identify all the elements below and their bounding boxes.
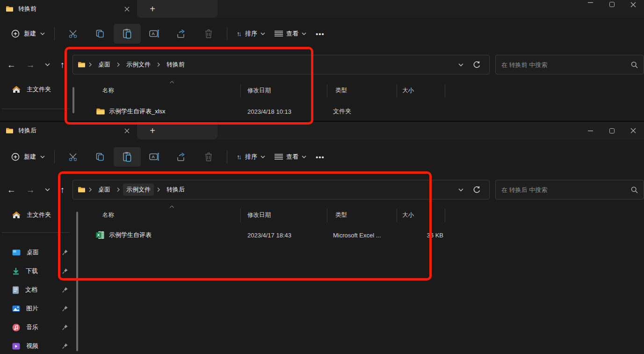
tab-strip: + bbox=[137, 122, 217, 140]
address-dropdown-chevron-icon[interactable] bbox=[458, 188, 463, 192]
back-button[interactable]: ← bbox=[7, 60, 16, 69]
column-header-date[interactable]: 修改日期 bbox=[247, 211, 271, 219]
breadcrumb-item[interactable]: 转换前 bbox=[163, 59, 188, 71]
sidebar-item-home[interactable]: 主文件夹 bbox=[0, 81, 72, 97]
tab-after[interactable]: 转换后 bbox=[0, 122, 137, 140]
close-button[interactable] bbox=[622, 0, 644, 18]
column-divider[interactable] bbox=[445, 84, 445, 97]
column-divider[interactable] bbox=[240, 209, 241, 222]
new-button[interactable]: 新建 bbox=[7, 149, 50, 164]
breadcrumb-item[interactable]: 示例文件 bbox=[123, 184, 154, 196]
sidebar-item-desktop[interactable]: 桌面 bbox=[0, 243, 72, 262]
pin-icon[interactable] bbox=[59, 247, 71, 258]
view-button[interactable]: 查看 bbox=[270, 149, 311, 165]
delete-button[interactable] bbox=[195, 24, 222, 44]
copy-icon bbox=[95, 152, 105, 162]
view-button[interactable]: 查看 bbox=[270, 26, 311, 42]
sort-button[interactable]: ↑↓ 排序 bbox=[232, 26, 270, 42]
column-header-type[interactable]: 类型 bbox=[335, 87, 347, 95]
sidebar-item-label: 主文件夹 bbox=[27, 85, 51, 94]
column-divider[interactable] bbox=[445, 209, 445, 222]
sidebar-item-downloads[interactable]: 下载 bbox=[0, 262, 72, 280]
pin-icon[interactable] bbox=[59, 303, 71, 314]
new-tab-button[interactable]: + bbox=[146, 3, 159, 15]
sidebar-item-home[interactable]: 主文件夹 bbox=[0, 207, 72, 223]
window-body: 主文件夹 名称 修改日期 类型 大小 bbox=[0, 80, 644, 121]
search-input[interactable] bbox=[501, 186, 631, 193]
toolbar-divider bbox=[227, 27, 227, 40]
more-options-button[interactable]: ••• bbox=[311, 27, 329, 41]
search-icon[interactable] bbox=[631, 61, 638, 68]
rename-button[interactable]: A bbox=[141, 147, 168, 167]
download-icon bbox=[12, 267, 20, 275]
refresh-icon[interactable] bbox=[473, 61, 481, 69]
breadcrumb-item[interactable]: 示例文件 bbox=[123, 59, 154, 71]
pin-icon[interactable] bbox=[59, 284, 71, 295]
up-button[interactable]: ↑ bbox=[60, 185, 65, 194]
new-tab-button[interactable]: + bbox=[146, 125, 159, 137]
tab-close-icon[interactable] bbox=[121, 3, 132, 15]
address-bar[interactable]: 桌面 示例文件 转换后 bbox=[72, 180, 490, 199]
column-divider[interactable] bbox=[327, 84, 327, 97]
column-divider[interactable] bbox=[327, 209, 327, 222]
address-dropdown-chevron-icon[interactable] bbox=[458, 63, 463, 66]
recent-locations-chevron-icon[interactable] bbox=[45, 63, 50, 66]
forward-button[interactable]: → bbox=[26, 185, 35, 194]
pin-icon[interactable] bbox=[59, 266, 71, 277]
column-divider[interactable] bbox=[397, 209, 397, 222]
file-row[interactable]: X 示例学生自评表 2023/4/17 18:43 Microsoft Exce… bbox=[72, 227, 644, 243]
rename-button[interactable]: A bbox=[141, 24, 168, 44]
tab-close-icon[interactable] bbox=[121, 125, 132, 136]
new-button[interactable]: 新建 bbox=[7, 26, 50, 41]
up-button[interactable]: ↑ bbox=[60, 60, 65, 69]
sidebar-item-documents[interactable]: 文档 bbox=[0, 280, 72, 299]
tab-before[interactable]: 转换前 bbox=[0, 0, 137, 18]
more-options-button[interactable]: ••• bbox=[311, 150, 329, 164]
minimize-button[interactable] bbox=[579, 122, 601, 140]
sort-button[interactable]: ↑↓ 排序 bbox=[232, 149, 270, 165]
search-input[interactable] bbox=[501, 61, 631, 68]
column-header-size[interactable]: 大小 bbox=[402, 87, 414, 95]
sort-ascending-icon bbox=[170, 206, 174, 208]
share-button[interactable] bbox=[168, 147, 195, 167]
sidebar: 主文件夹 桌面 下载 bbox=[0, 205, 72, 354]
breadcrumb-item[interactable]: 桌面 bbox=[95, 184, 114, 196]
maximize-button[interactable] bbox=[601, 122, 622, 140]
sidebar-item-pictures[interactable]: 图片 bbox=[0, 299, 72, 318]
pin-icon[interactable] bbox=[59, 322, 71, 333]
cut-button[interactable] bbox=[59, 24, 87, 44]
column-header-name[interactable]: 名称 bbox=[102, 87, 114, 95]
pin-icon[interactable] bbox=[59, 340, 71, 352]
forward-button[interactable]: → bbox=[26, 60, 35, 69]
refresh-icon[interactable] bbox=[473, 186, 481, 194]
chevron-down-icon bbox=[260, 155, 265, 158]
column-header-date[interactable]: 修改日期 bbox=[247, 87, 271, 95]
search-icon[interactable] bbox=[631, 186, 638, 193]
minimize-button[interactable] bbox=[579, 0, 601, 18]
column-header-type[interactable]: 类型 bbox=[335, 211, 347, 219]
sidebar-item-music[interactable]: 音乐 bbox=[0, 318, 72, 337]
copy-button[interactable] bbox=[87, 24, 114, 44]
back-button[interactable]: ← bbox=[7, 185, 16, 194]
file-row[interactable]: 示例学生自评表_xlsx 2023/4/18 10:13 文件夹 bbox=[72, 103, 644, 120]
maximize-button[interactable] bbox=[601, 0, 622, 18]
delete-button[interactable] bbox=[195, 147, 222, 167]
copy-button[interactable] bbox=[87, 147, 114, 167]
address-bar[interactable]: 桌面 示例文件 转换前 bbox=[72, 55, 490, 74]
sidebar-item-videos[interactable]: 视频 bbox=[0, 337, 72, 354]
trash-icon bbox=[204, 29, 213, 38]
paste-button[interactable] bbox=[114, 24, 141, 44]
column-header-size[interactable]: 大小 bbox=[402, 211, 414, 219]
recent-locations-chevron-icon[interactable] bbox=[45, 188, 50, 192]
column-header-name[interactable]: 名称 bbox=[102, 211, 114, 219]
column-divider[interactable] bbox=[397, 84, 397, 97]
breadcrumb-item[interactable]: 桌面 bbox=[95, 59, 114, 71]
column-divider[interactable] bbox=[240, 84, 241, 97]
sidebar-item-label: 下载 bbox=[26, 267, 38, 275]
close-button[interactable] bbox=[622, 122, 644, 140]
cut-button[interactable] bbox=[59, 147, 87, 167]
paste-button[interactable] bbox=[114, 147, 141, 167]
sidebar-item-label: 音乐 bbox=[26, 323, 38, 332]
share-button[interactable] bbox=[168, 24, 195, 44]
breadcrumb-item[interactable]: 转换后 bbox=[163, 184, 188, 196]
